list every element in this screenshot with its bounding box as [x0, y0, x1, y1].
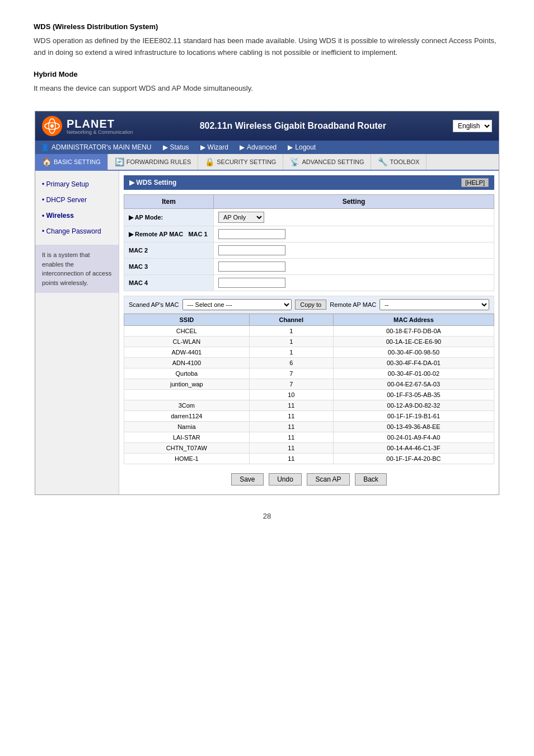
nav-wizard[interactable]: ▶ Wizard — [200, 143, 228, 151]
router-ui: PLANET Networking & Communication 802.11… — [35, 111, 499, 495]
ap-mac: 00-1F-1F-A4-20-BC — [333, 454, 494, 464]
back-button[interactable]: Back — [355, 473, 387, 486]
mac4-label: MAC 4 — [124, 275, 214, 291]
sidebar-item-primary[interactable]: Primary Setup — [35, 176, 119, 192]
logo-text: PLANET — [67, 118, 115, 130]
ap-mac: 00-04-E2-67-5A-03 — [333, 379, 494, 390]
nav-advanced[interactable]: ▶ Advanced — [240, 143, 277, 151]
copy-button[interactable]: Copy to — [295, 300, 326, 310]
wizard-arrow: ▶ — [200, 143, 205, 151]
button-row: Save Undo Scan AP Back — [124, 469, 494, 490]
mac3-cell — [214, 259, 494, 275]
advanced-arrow: ▶ — [240, 143, 245, 151]
language-select[interactable]: English — [453, 120, 492, 132]
sidebar-item-password[interactable]: Change Password — [35, 223, 119, 239]
main-content: Primary Setup DHCP Server Wireless Chang… — [35, 171, 499, 494]
nav-admin[interactable]: 👤 ADMINISTRATOR's MAIN MENU — [41, 143, 152, 151]
ap-mode-cell: AP Only WDS Only Hybrid — [214, 209, 494, 226]
mac2-input[interactable] — [218, 245, 285, 255]
ap-channel: 11 — [249, 422, 333, 432]
ap-mac: 00-1A-1E-CE-E6-90 — [333, 337, 494, 347]
mac-header: MAC Address — [333, 314, 494, 326]
tab-security[interactable]: 🔒 SECURITY SETTING — [198, 154, 283, 170]
item-header: Item — [124, 195, 214, 209]
ap-mac: 00-30-4F-01-00-02 — [333, 368, 494, 379]
ap-channel: 1 — [249, 337, 333, 347]
ssid-header: SSID — [124, 314, 250, 326]
ap-mac: 00-1F-1F-19-B1-61 — [333, 411, 494, 422]
setting-header: Setting — [214, 195, 494, 209]
forwarding-icon: 🔄 — [115, 157, 124, 166]
ap-channel: 11 — [249, 411, 333, 422]
ap-channel: 6 — [249, 358, 333, 368]
mac2-cell — [214, 242, 494, 259]
status-arrow: ▶ — [163, 143, 168, 151]
ap-table-row[interactable]: Narnia 11 00-13-49-36-A8-EE — [124, 422, 494, 432]
undo-button[interactable]: Undo — [269, 473, 302, 486]
logo-circle — [42, 116, 62, 136]
wds-section-title: ▶ WDS Setting — [129, 179, 176, 186]
ap-channel: 11 — [249, 432, 333, 443]
hybrid-body: It means the device can support WDS and … — [34, 83, 500, 95]
sidebar-item-dhcp[interactable]: DHCP Server — [35, 192, 119, 208]
planet-logo: PLANET Networking & Communication — [42, 116, 133, 136]
mac3-input[interactable] — [218, 262, 285, 272]
ap-table: SSID Channel MAC Address CHCEL 1 00-18-E… — [124, 314, 494, 464]
sidebar-description: It is a system that enables the intercon… — [35, 245, 119, 293]
scan-ap-button[interactable]: Scan AP — [307, 473, 349, 486]
ap-ssid: CHCEL — [124, 326, 250, 337]
tab-advanced-setting[interactable]: 📡 ADVANCED SETTING — [283, 154, 371, 170]
nav-status[interactable]: ▶ Status — [163, 143, 189, 151]
help-button[interactable]: [HELP] — [461, 178, 489, 187]
save-button[interactable]: Save — [231, 473, 263, 486]
sidebar-item-wireless[interactable]: Wireless — [35, 208, 119, 223]
ap-channel: 7 — [249, 379, 333, 390]
copy-target-select[interactable]: -- MAC 1 MAC 2 MAC 3 MAC 4 — [380, 299, 489, 310]
mac2-label: MAC 2 — [124, 242, 214, 259]
ap-channel: 10 — [249, 390, 333, 400]
ap-table-row[interactable]: 10 00-1F-F3-05-AB-35 — [124, 390, 494, 400]
ap-table-row[interactable]: 3Com 11 00-12-A9-D0-82-32 — [124, 400, 494, 411]
nav-bar: 👤 ADMINISTRATOR's MAIN MENU ▶ Status ▶ W… — [35, 141, 499, 154]
ap-ssid: 3Com — [124, 400, 250, 411]
ap-mac: 00-1F-F3-05-AB-35 — [333, 390, 494, 400]
nav-logout[interactable]: ▶ Logout — [288, 143, 316, 151]
ap-table-row[interactable]: Qurtoba 7 00-30-4F-01-00-02 — [124, 368, 494, 379]
settings-table: Item Setting ▶ AP Mode: AP Only WDS Only… — [124, 194, 494, 291]
basic-icon: 🏠 — [42, 157, 51, 166]
ap-table-row[interactable]: CHTN_T07AW 11 00-14-A4-46-C1-3F — [124, 443, 494, 454]
logout-arrow: ▶ — [288, 143, 293, 151]
ap-mode-select[interactable]: AP Only WDS Only Hybrid — [218, 212, 264, 223]
ap-table-row[interactable]: juntion_wap 7 00-04-E2-67-5A-03 — [124, 379, 494, 390]
ap-ssid: juntion_wap — [124, 379, 250, 390]
scanned-select[interactable]: --- Select one --- — [182, 299, 292, 310]
ap-channel: 11 — [249, 400, 333, 411]
ap-ssid: ADW-4401 — [124, 347, 250, 358]
mac4-cell — [214, 275, 494, 291]
ap-ssid: CL-WLAN — [124, 337, 250, 347]
mac1-input[interactable] — [218, 229, 285, 239]
tab-forwarding[interactable]: 🔄 FORWARDING RULES — [108, 154, 199, 170]
tab-bar: 🏠 BASIC SETTING 🔄 FORWARDING RULES 🔒 SEC… — [35, 154, 499, 171]
tab-basic[interactable]: 🏠 BASIC SETTING — [35, 154, 108, 170]
channel-header: Channel — [249, 314, 333, 326]
ap-channel: 1 — [249, 326, 333, 337]
ap-table-row[interactable]: CHCEL 1 00-18-E7-F0-DB-0A — [124, 326, 494, 337]
ap-mac: 00-30-4F-00-98-50 — [333, 347, 494, 358]
mac4-input[interactable] — [218, 278, 285, 288]
wds-title: WDS (Wireless Distribution System) — [34, 22, 500, 31]
ap-table-row[interactable]: HOME-1 11 00-1F-1F-A4-20-BC — [124, 454, 494, 464]
ap-table-row[interactable]: ADN-4100 6 00-30-4F-F4-DA-01 — [124, 358, 494, 368]
sidebar: Primary Setup DHCP Server Wireless Chang… — [35, 171, 119, 494]
mac1-cell — [214, 226, 494, 242]
mac3-label: MAC 3 — [124, 259, 214, 275]
ap-table-row[interactable]: ADW-4401 1 00-30-4F-00-98-50 — [124, 347, 494, 358]
ap-mode-label: ▶ AP Mode: — [124, 209, 214, 226]
tab-toolbox[interactable]: 🔧 TOOLBOX — [371, 154, 427, 170]
ap-table-row[interactable]: LAI-STAR 11 00-24-01-A9-F4-A0 — [124, 432, 494, 443]
ap-mode-row: ▶ AP Mode: AP Only WDS Only Hybrid — [124, 209, 494, 226]
hybrid-mode-section: Hybrid Mode It means the device can supp… — [34, 70, 500, 95]
ap-table-row[interactable]: CL-WLAN 1 00-1A-1E-CE-E6-90 — [124, 337, 494, 347]
content-panel: ▶ WDS Setting [HELP] Item Setting ▶ AP M… — [119, 171, 499, 494]
ap-table-row[interactable]: darren1124 11 00-1F-1F-19-B1-61 — [124, 411, 494, 422]
